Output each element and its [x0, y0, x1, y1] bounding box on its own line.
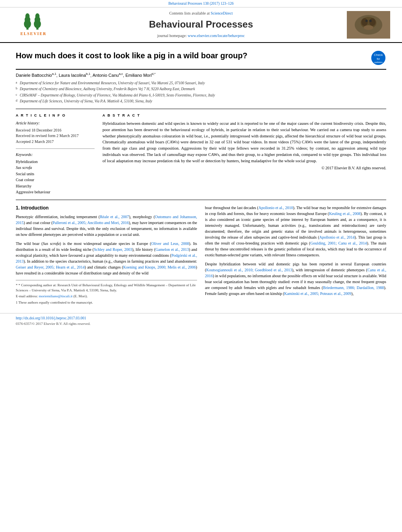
author-canu: Antonio Canua,c,: [93, 73, 124, 78]
right-para-2: Despite hybridization between wild and d…: [205, 261, 386, 297]
email-link[interactable]: moriemiliano@tiscali.it: [39, 294, 73, 298]
svg-text:for: for: [377, 57, 380, 60]
body-left-col: 1. Introduction Phenotypic differentiati…: [16, 205, 197, 306]
ref-kouts[interactable]: Koutsogiannouli et al., 2010; Goedbloed …: [206, 268, 292, 272]
ref-apollonio[interactable]: Apollonio et al., 2010: [259, 206, 293, 210]
homepage-link[interactable]: www.elsevier.com/locate/behavproc: [188, 33, 245, 38]
body-content: 1. Introduction Phenotypic differentiati…: [16, 200, 386, 306]
journal-header: ELSEVIER Contents lists available at Sci…: [0, 7, 402, 43]
ref-palleroni[interactable]: Palleroni et al., 2005; Ancillotto and M…: [53, 221, 129, 225]
svg-point-3: [25, 13, 30, 19]
svg-point-7: [35, 13, 39, 19]
keyword-5: Hierarchy: [16, 184, 95, 189]
affiliations: a Department of Science for Nature and E…: [16, 80, 386, 104]
keyword-3: Social units: [16, 171, 95, 177]
svg-point-14: [369, 20, 372, 22]
ref-goulding[interactable]: Goulding, 2001; Canu et al., 2014: [310, 241, 367, 245]
ref-oliver[interactable]: Oliver and Leus, 2008: [151, 241, 189, 246]
doi-link[interactable]: http://dx.doi.org/10.1016/j.beproc.2017.…: [16, 316, 86, 320]
received-date: Received 18 December 2016: [16, 128, 95, 133]
author-iacolina: Laura Iacolinab,1,: [59, 73, 91, 78]
footnotes-section: * * Corresponding author at: Research Un…: [16, 280, 197, 305]
article-title: How much does it cost to look like a pig…: [16, 50, 370, 61]
authors-line: Daniele Battocchioa,1, Laura Iacolinab,1…: [16, 72, 386, 79]
article-info-col: A R T I C L E I N F O Article history: R…: [16, 113, 95, 196]
page: Behavioural Processes 138 (2017) 123–126…: [0, 0, 402, 532]
intro-section-title: 1. Introduction: [16, 205, 197, 211]
svg-text:updates: updates: [374, 61, 382, 63]
keyword-2: Sus scrofa: [16, 165, 95, 171]
crossmark-badge[interactable]: Check for updates: [370, 50, 386, 66]
footnote-email: E-mail address: moriemiliano@tiscali.it …: [16, 294, 197, 299]
ref-gamelon[interactable]: Gamelon et al., 2013: [155, 247, 189, 252]
right-para-1: boar throughout the last decades (Apollo…: [205, 205, 386, 258]
ref-reale[interactable]: Réale et al., 2007: [100, 215, 129, 219]
elsevier-logo: ELSEVIER: [20, 13, 47, 37]
ref-kaminski[interactable]: Kaminski et al., 2005; Poteaux et al., 2…: [284, 291, 351, 296]
abstract-heading: A B S T R A C T: [102, 113, 386, 118]
bottom-bar: http://dx.doi.org/10.1016/j.beproc.2017.…: [0, 313, 402, 328]
ref-keuling[interactable]: Keuling et al., 2008: [329, 211, 361, 216]
svg-text:Check: Check: [374, 53, 383, 57]
ref-briedermann[interactable]: Briedermann, 1986; Dardaillon, 1988: [323, 285, 384, 290]
revised-date: Received in revised form 2 March 2017: [16, 133, 95, 139]
footnote-corresponding: * * Corresponding author at: Research Un…: [16, 283, 197, 293]
keyword-1: Hybridization: [16, 159, 95, 165]
affil-d-text: Department of Life Sciences, University …: [20, 98, 152, 104]
abstract-col: A B S T R A C T Hybridization between do…: [102, 113, 386, 196]
journal-ref-bar: Behavioural Processes 138 (2017) 123–126: [0, 0, 402, 7]
elsevier-tree-icon: [22, 13, 45, 30]
accepted-date: Accepted 2 March 2017: [16, 139, 95, 145]
ref-koening[interactable]: Koening and Knops, 2000; Melis et al., 2…: [123, 265, 196, 269]
svg-point-12: [369, 18, 376, 26]
keywords-section: Keywords: Hybridization Sus scrofa Socia…: [16, 152, 95, 195]
svg-point-13: [365, 20, 368, 22]
journal-name: Behavioural Processes: [63, 18, 339, 32]
svg-point-15: [364, 25, 373, 30]
svg-point-11: [361, 18, 368, 26]
keyword-6: Aggressive behaviour: [16, 189, 95, 195]
homepage-line: journal homepage: www.elsevier.com/locat…: [63, 33, 339, 39]
journal-image-right: [347, 11, 390, 39]
ref-geiser[interactable]: Geiser and Reyer, 2005; Hearn et al., 20…: [16, 265, 85, 269]
elsevier-logo-container: ELSEVIER: [12, 11, 55, 39]
keyword-4: Coat colour: [16, 177, 95, 183]
footnote-star: *: [16, 283, 19, 287]
author-battocchio: Daniele Battocchioa,1,: [16, 73, 58, 78]
affiliation-d: d Department of Life Sciences, Universit…: [16, 98, 386, 104]
footnote-1: 1 These authors equally contributed to t…: [16, 300, 197, 305]
ref-schley[interactable]: Schley and Roper, 2003: [94, 247, 132, 252]
affiliation-c: c CIRSeMAF – Department of Biology, Univ…: [16, 93, 386, 98]
elsevier-brand-text: ELSEVIER: [20, 31, 47, 37]
abstract-text: Hybridization between domestic and wild …: [102, 120, 386, 164]
body-two-col: 1. Introduction Phenotypic differentiati…: [16, 205, 386, 306]
email-suffix: (E. Mori).: [73, 294, 87, 298]
affiliation-a: a Department of Science for Nature and E…: [16, 80, 386, 86]
footnote-corresponding-text: * Corresponding author at: Research Unit…: [16, 283, 196, 292]
main-content: How much does it cost to look like a pig…: [0, 43, 402, 310]
intro-para-1: Phenotypic differentiation, including te…: [16, 214, 197, 237]
email-label: E-mail address:: [16, 294, 38, 298]
journal-reference: Behavioural Processes 138 (2017) 123–126: [168, 2, 234, 6]
header-center: Contents lists available at ScienceDirec…: [55, 11, 347, 39]
affil-b-text: Department of Chemistry and Bioscience, …: [20, 86, 195, 92]
copyright-notice: © 2017 Elsevier B.V. All rights reserved…: [102, 165, 386, 171]
crossmark-icon: Check for updates: [370, 50, 386, 66]
header-image-svg: [347, 11, 390, 39]
sciencedirect-link[interactable]: ScienceDirect: [210, 11, 233, 15]
divider: [16, 148, 95, 149]
affil-a-text: Department of Science for Nature and Env…: [20, 80, 205, 86]
body-right-col: boar throughout the last decades (Apollo…: [205, 205, 386, 306]
author-mori: Emiliano Morid,*: [125, 73, 155, 78]
affil-c-text: CIRSeMAF – Department of Biology, Univer…: [20, 93, 215, 98]
contents-line: Contents lists available at ScienceDirec…: [63, 11, 339, 17]
article-info-heading: A R T I C L E I N F O: [16, 113, 95, 118]
issn-line: 0376-6357/© 2017 Elsevier B.V. All right…: [16, 321, 386, 326]
keywords-label: Keywords:: [16, 152, 95, 158]
info-abstract-section: A R T I C L E I N F O Article history: R…: [16, 109, 386, 196]
history-label: Article history:: [16, 120, 95, 126]
article-history: Article history: Received 18 December 20…: [16, 120, 95, 145]
intro-para-2: The wild boar (Sus scrofa) is the most w…: [16, 241, 197, 276]
ref-podgorski[interactable]: Podgórski et al., 2013: [16, 253, 197, 263]
ref-apollonio2[interactable]: Apollonio et al., 2014: [319, 235, 355, 239]
